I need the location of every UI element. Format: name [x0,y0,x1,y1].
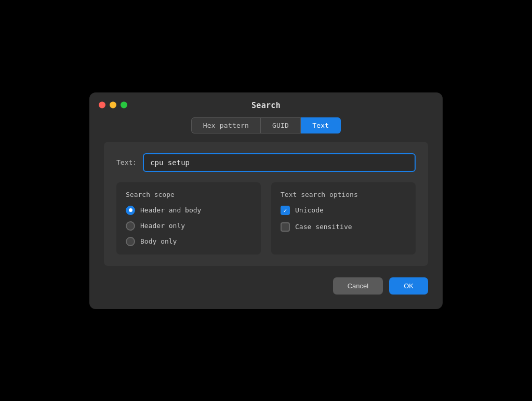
search-dialog: Search Hex pattern GUID Text Text: Searc… [89,92,443,309]
checkbox-unicode-label: Unicode [295,206,324,214]
maximize-button[interactable] [121,101,127,108]
tab-hex-pattern[interactable]: Hex pattern [191,117,260,133]
tabs-row: Hex pattern GUID Text [104,117,428,133]
buttons-row: Cancel OK [104,277,428,295]
options-row: Search scope Header and body Header only… [116,182,416,255]
text-label: Text: [116,158,137,166]
radio-header-body-label: Header and body [140,206,201,214]
radio-body-only[interactable]: Body only [126,237,251,246]
dialog-content: Hex pattern GUID Text Text: Search scope… [89,117,443,295]
checkbox-case-sensitive-indicator [281,222,290,232]
radio-header-only-label: Header only [140,222,185,230]
radio-body-only-indicator [126,237,135,246]
search-scope-group: Search scope Header and body Header only… [116,182,261,255]
radio-header-only-indicator [126,221,135,231]
text-search-options-title: Text search options [281,191,406,198]
text-search-options-group: Text search options Unicode Case sensiti… [271,182,416,255]
search-input[interactable] [143,153,416,172]
titlebar: Search [89,92,443,117]
minimize-button[interactable] [110,101,116,108]
radio-body-only-label: Body only [140,237,177,245]
text-field-row: Text: [116,153,416,172]
traffic-lights [99,101,127,108]
tab-text[interactable]: Text [301,117,341,133]
radio-header-body-indicator [126,206,135,215]
checkbox-case-sensitive-label: Case sensitive [295,223,352,231]
radio-header-only[interactable]: Header only [126,221,251,231]
tab-guid[interactable]: GUID [260,117,301,133]
checkbox-case-sensitive[interactable]: Case sensitive [281,222,406,232]
checkbox-unicode-indicator [281,206,290,215]
main-panel: Text: Search scope Header and body Heade… [104,142,428,266]
search-scope-title: Search scope [126,191,251,198]
checkbox-unicode[interactable]: Unicode [281,206,406,215]
close-button[interactable] [99,101,105,108]
window-title: Search [251,101,281,110]
ok-button[interactable]: OK [389,277,428,295]
radio-header-body[interactable]: Header and body [126,206,251,215]
cancel-button[interactable]: Cancel [333,277,383,295]
